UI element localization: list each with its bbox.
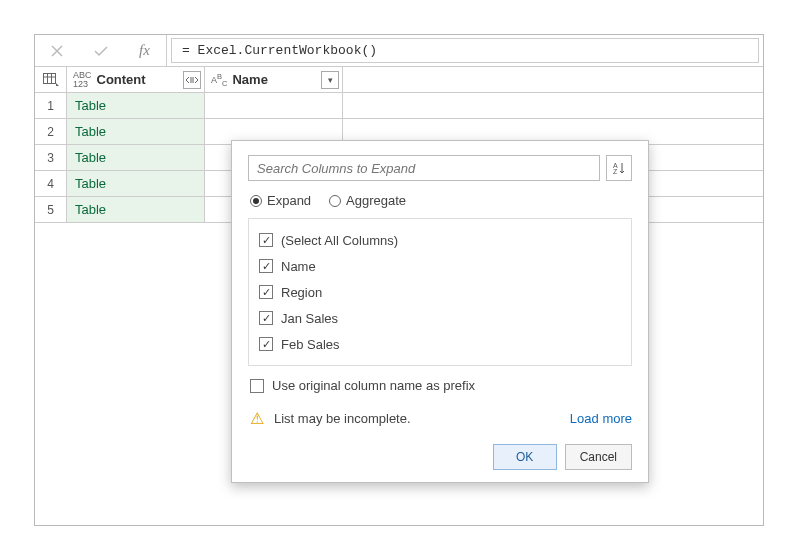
column-header-content[interactable]: ABC123 Content — [67, 67, 205, 92]
checklist-label: Region — [281, 285, 322, 300]
table-corner-icon[interactable] — [35, 67, 67, 92]
load-more-link[interactable]: Load more — [570, 411, 632, 426]
checklist-item[interactable]: Feb Sales — [259, 331, 621, 357]
column-header-content-label: Content — [97, 72, 146, 87]
checkbox-icon — [259, 337, 273, 351]
type-any-icon: ABC123 — [73, 71, 92, 89]
table-row: 1 Table — [35, 93, 763, 119]
filter-name-button[interactable]: ▾ — [321, 71, 339, 89]
radio-dot-icon — [329, 195, 341, 207]
checklist-item[interactable]: Region — [259, 279, 621, 305]
cell-content[interactable]: Table — [67, 171, 205, 196]
checklist-label: Name — [281, 259, 316, 274]
row-number[interactable]: 4 — [35, 171, 67, 196]
fx-icon: fx — [123, 35, 167, 66]
checkbox-icon — [259, 285, 273, 299]
dialog-button-row: OK Cancel — [248, 444, 632, 470]
svg-rect-0 — [43, 73, 55, 83]
search-columns-input[interactable] — [248, 155, 600, 181]
radio-aggregate-label: Aggregate — [346, 193, 406, 208]
query-editor-frame: fx = Excel.CurrentWorkbook() ABC123 Cont… — [34, 34, 764, 526]
mode-radio-group: Expand Aggregate — [248, 193, 632, 208]
radio-dot-icon — [250, 195, 262, 207]
warning-row: ⚠ List may be incomplete. Load more — [248, 409, 632, 428]
header-row: ABC123 Content ABC Name ▾ — [35, 67, 763, 93]
checklist-item[interactable]: Jan Sales — [259, 305, 621, 331]
cancel-button[interactable]: Cancel — [565, 444, 632, 470]
radio-expand-label: Expand — [267, 193, 311, 208]
checklist-item[interactable]: Name — [259, 253, 621, 279]
cell-content[interactable]: Table — [67, 145, 205, 170]
formula-bar: fx = Excel.CurrentWorkbook() — [35, 35, 763, 67]
cell-content[interactable]: Table — [67, 119, 205, 144]
sort-columns-button[interactable]: A Z — [606, 155, 632, 181]
cell-content[interactable]: Table — [67, 93, 205, 118]
type-text-icon: ABC — [211, 72, 227, 88]
warning-icon: ⚠ — [250, 409, 264, 428]
expand-content-button[interactable] — [183, 71, 201, 89]
row-number[interactable]: 3 — [35, 145, 67, 170]
svg-text:Z: Z — [613, 168, 618, 175]
checkbox-icon — [259, 311, 273, 325]
row-number[interactable]: 2 — [35, 119, 67, 144]
formula-cancel-button[interactable] — [35, 35, 79, 66]
checkbox-icon — [250, 379, 264, 393]
cell-name[interactable] — [205, 93, 343, 118]
cell-content[interactable]: Table — [67, 197, 205, 222]
prefix-label: Use original column name as prefix — [272, 378, 475, 393]
columns-checklist: (Select All Columns) Name Region Jan Sal… — [248, 218, 632, 366]
checklist-label: (Select All Columns) — [281, 233, 398, 248]
column-header-name-label: Name — [232, 72, 267, 87]
column-header-name[interactable]: ABC Name ▾ — [205, 67, 343, 92]
checklist-item[interactable]: (Select All Columns) — [259, 227, 621, 253]
checkbox-icon — [259, 233, 273, 247]
row-number[interactable]: 5 — [35, 197, 67, 222]
checkbox-icon — [259, 259, 273, 273]
radio-expand[interactable]: Expand — [250, 193, 311, 208]
ok-button[interactable]: OK — [493, 444, 557, 470]
checklist-label: Jan Sales — [281, 311, 338, 326]
prefix-checkbox-row[interactable]: Use original column name as prefix — [248, 378, 632, 393]
row-number[interactable]: 1 — [35, 93, 67, 118]
formula-accept-button[interactable] — [79, 35, 123, 66]
formula-input[interactable]: = Excel.CurrentWorkbook() — [171, 38, 759, 63]
radio-aggregate[interactable]: Aggregate — [329, 193, 406, 208]
checklist-label: Feb Sales — [281, 337, 340, 352]
warning-text: List may be incomplete. — [274, 411, 411, 426]
expand-columns-popup: A Z Expand Aggregate (Select All Columns… — [231, 140, 649, 483]
